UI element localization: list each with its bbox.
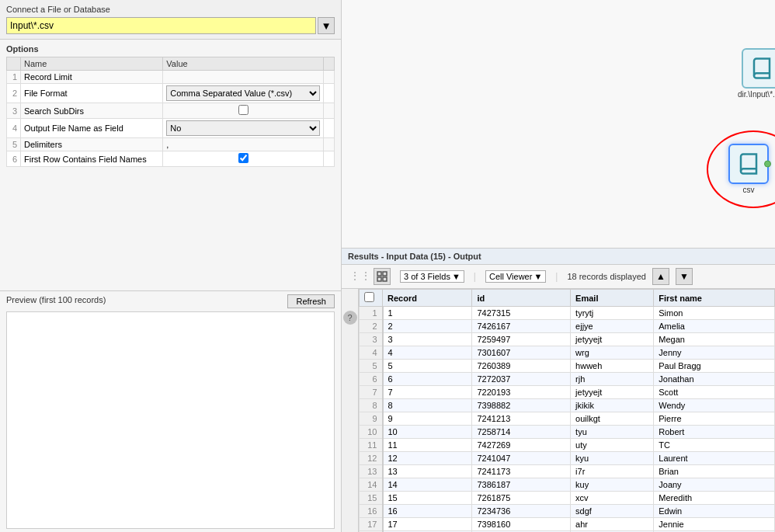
cell-id: 7386187: [472, 478, 571, 492]
option-row-2: 2 File Format Comma Separated Value (*.c…: [7, 84, 335, 103]
table-row: 16 16 7234736 sdgf Edwin: [360, 505, 775, 518]
opt-num-2: 2: [7, 84, 21, 103]
cell-record: 9: [383, 412, 472, 426]
table-row: 6 6 7272037 rjh Jonathan: [360, 373, 775, 386]
row-num: 10: [360, 426, 383, 439]
cell-firstname: Jonathan: [654, 373, 775, 386]
preview-area: [6, 311, 335, 529]
cell-firstname: Edwin: [654, 505, 775, 518]
cell-id: 7301607: [472, 346, 571, 360]
option-row-1: 1 Record Limit: [7, 71, 335, 84]
cell-id: 7272037: [472, 373, 571, 386]
connect-label: Connect a File or Database: [6, 5, 335, 14]
record-limit-input[interactable]: [166, 72, 320, 82]
table-header-row: Record id Email First name: [360, 290, 775, 307]
cell-record: 13: [383, 465, 472, 478]
cell-record: 3: [383, 333, 472, 346]
row-num: 12: [360, 452, 383, 465]
table-row: 14 14 7386187 kuy Joany: [360, 478, 775, 492]
cell-email: ouilkgt: [571, 412, 654, 426]
file-path-input[interactable]: [6, 17, 316, 34]
cell-record: 11: [383, 439, 472, 452]
cell-email: tyu: [571, 426, 654, 439]
opt-value-2: Comma Separated Value (*.csv): [163, 84, 324, 103]
separator-1: |: [474, 271, 476, 282]
row-num: 14: [360, 478, 383, 492]
help-icon[interactable]: ?: [343, 311, 357, 325]
fields-dropdown-icon: ▼: [452, 272, 460, 281]
input-node-top[interactable]: dir.\Input\*.csv: [738, 48, 775, 99]
nav-down-button[interactable]: ▼: [676, 268, 693, 285]
select-all-checkbox[interactable]: [364, 292, 374, 302]
viewer-dropdown[interactable]: Cell Viewer ▼: [485, 270, 546, 283]
cell-email: kuy: [571, 478, 654, 492]
cell-firstname: Laurent: [654, 452, 775, 465]
row-num: 7: [360, 386, 383, 399]
drag-handle: ⋮⋮: [348, 268, 373, 285]
options-label: Options: [6, 44, 335, 54]
delimiters-input[interactable]: [166, 140, 320, 149]
cell-email: jkikik: [571, 399, 654, 412]
cell-email: i7r: [571, 465, 654, 478]
results-toolbar: ⋮⋮ 3 of 3 Fields ▼ | Cell Viewer ▼: [342, 265, 775, 289]
cell-id: 7427315: [472, 307, 571, 320]
data-table-container[interactable]: Record id Email First name 1 1 7427315 t…: [359, 289, 775, 532]
fields-dropdown[interactable]: 3 of 3 Fields ▼: [400, 270, 464, 283]
cell-firstname: Jenny: [654, 346, 775, 360]
opt-num-3: 3: [7, 103, 21, 119]
cell-record: 15: [383, 492, 472, 505]
table-row: 10 10 7258714 tyu Robert: [360, 426, 775, 439]
canvas-area[interactable]: dir.\Input\*.csv: [342, 0, 775, 249]
table-row: 13 13 7241173 i7r Brian: [360, 465, 775, 478]
cell-id: 7234736: [472, 505, 571, 518]
csv-input-node[interactable]: csv: [728, 144, 769, 194]
col-email-header: Email: [571, 290, 654, 307]
opt-scroll-5: [324, 138, 335, 151]
fields-label: 3 of 3 Fields: [404, 272, 450, 281]
cell-record: 2: [383, 320, 472, 333]
nav-up-button[interactable]: ▲: [652, 268, 669, 285]
cell-email: ejjye: [571, 320, 654, 333]
cell-record: 8: [383, 399, 472, 412]
table-row: 1 1 7427315 tyrytj Simon: [360, 307, 775, 320]
cell-firstname: Brian: [654, 465, 775, 478]
cell-firstname: TC: [654, 439, 775, 452]
first-row-field-names-checkbox[interactable]: [238, 153, 248, 163]
col-name-header: Name: [21, 57, 163, 71]
file-format-select[interactable]: Comma Separated Value (*.csv): [166, 85, 320, 101]
cell-id: 7427269: [472, 439, 571, 452]
search-subdirs-checkbox[interactable]: [238, 105, 248, 115]
row-num: 6: [360, 373, 383, 386]
connect-input-row: ▼: [6, 17, 335, 34]
opt-scroll-3: [324, 103, 335, 119]
table-row: 2 2 7426167 ejjye Amelia: [360, 320, 775, 333]
row-num: 5: [360, 360, 383, 373]
refresh-button[interactable]: Refresh: [287, 294, 335, 308]
row-num: 17: [360, 518, 383, 531]
output-file-name-select[interactable]: No: [166, 120, 320, 136]
cell-id: 7398882: [472, 399, 571, 412]
opt-num-5: 5: [7, 138, 21, 151]
row-num: 2: [360, 320, 383, 333]
cell-email: uty: [571, 439, 654, 452]
opt-value-3: [163, 103, 324, 119]
opt-name-3: Search SubDirs: [21, 103, 163, 119]
cell-email: rjh: [571, 373, 654, 386]
file-browse-button[interactable]: ▼: [318, 17, 335, 34]
cell-record: 16: [383, 505, 472, 518]
option-row-3: 3 Search SubDirs: [7, 103, 335, 119]
opt-name-2: File Format: [21, 84, 163, 103]
row-num: 1: [360, 307, 383, 320]
viewer-dropdown-icon: ▼: [533, 272, 542, 281]
opt-value-5: [163, 138, 324, 151]
table-row: 5 5 7260389 hwweh Paul Bragg: [360, 360, 775, 373]
cell-record: 6: [383, 373, 472, 386]
row-num: 3: [360, 333, 383, 346]
cell-id: 7241047: [472, 452, 571, 465]
book-icon-top: [750, 57, 773, 80]
cell-record: 12: [383, 452, 472, 465]
cell-record: 1: [383, 307, 472, 320]
grid-view-button[interactable]: [374, 268, 391, 285]
option-row-4: 4 Output File Name as Field No: [7, 119, 335, 138]
row-num: 16: [360, 505, 383, 518]
